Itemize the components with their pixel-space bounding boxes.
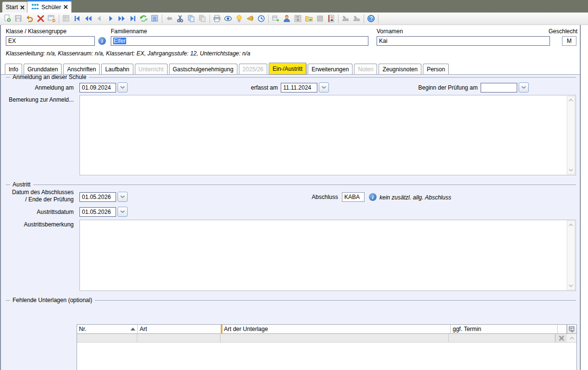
column-header-art-der-unterlage[interactable]: Art der Unterlage: [221, 325, 451, 333]
filter-cell-art-der-unterlage[interactable]: [221, 334, 449, 342]
austrittsbemerkung-textarea[interactable]: [79, 220, 576, 291]
cut-icon[interactable]: [175, 13, 186, 24]
grid-body[interactable]: [77, 343, 576, 370]
scrollbar[interactable]: [567, 96, 575, 174]
tab-gastschulgenehmigung[interactable]: Gastschulgenehmigung: [169, 64, 237, 74]
nav-next-icon[interactable]: [105, 13, 116, 24]
nav-fast-prev-icon[interactable]: [83, 13, 94, 24]
tab-person[interactable]: Person: [423, 64, 449, 74]
dropdown-button[interactable]: [118, 192, 128, 202]
refresh-icon[interactable]: [138, 13, 149, 24]
datasheet-icon: [61, 13, 72, 24]
clear-filter-icon[interactable]: [556, 334, 567, 342]
address-book-icon[interactable]: [326, 13, 337, 24]
cancel-edit-icon[interactable]: [46, 13, 57, 24]
preview-eye-icon[interactable]: [222, 13, 234, 24]
filter-cell-nr[interactable]: [77, 334, 137, 342]
scrollbar[interactable]: [567, 221, 575, 290]
column-marker: [221, 325, 222, 333]
bemerkung-anmeldung-textarea[interactable]: [79, 95, 576, 175]
dropdown-button[interactable]: [319, 82, 329, 92]
austrittsdatum-picker[interactable]: 01.05.2026: [79, 207, 128, 217]
unterlagen-grid: Nr. Art Art der Unterlage ggf. Termin: [77, 324, 577, 370]
abschluss-datum-value[interactable]: 01.05.2026: [79, 192, 116, 202]
nav-prev-icon: [94, 13, 105, 24]
tab-info[interactable]: Info: [5, 64, 22, 74]
bemerkung-anmeldung-label: Bemerkung zur Anmeld...: [1, 96, 74, 103]
scroll-up-icon[interactable]: [567, 221, 575, 229]
page-tab-strip: Info Grunddaten Anschriften Laufbahn Unt…: [1, 62, 580, 75]
folder-export-icon[interactable]: [303, 13, 314, 24]
tab-erweiterungen[interactable]: Erweiterungen: [308, 64, 353, 74]
window-tab-bar: Start Schüler: [0, 0, 588, 13]
beginn-pruefung-value[interactable]: [481, 83, 517, 92]
dropdown-button[interactable]: [118, 82, 128, 92]
erfasst-am-value[interactable]: 11.11.2024: [281, 83, 317, 92]
klasse-input[interactable]: EX: [6, 36, 95, 46]
undo-icon[interactable]: [24, 13, 35, 24]
help-icon[interactable]: ?: [366, 13, 377, 24]
klasse-info-icon[interactable]: i: [98, 37, 106, 45]
photo-2-icon: [351, 13, 362, 24]
tab-grunddaten[interactable]: Grunddaten: [24, 64, 62, 74]
scroll-up-icon[interactable]: [567, 96, 575, 104]
list-view-icon[interactable]: [149, 13, 160, 24]
student-header: Klasse / Klassengruppe EX i Familienname…: [1, 25, 580, 62]
student-form-panel: Klasse / Klassengruppe EX i Familienname…: [0, 25, 581, 370]
abschluss-info-icon[interactable]: i: [369, 193, 377, 201]
tab-zeugnisnoten[interactable]: Zeugnisnoten: [379, 64, 421, 74]
vornamen-input[interactable]: Kai: [377, 36, 550, 46]
close-icon[interactable]: [64, 5, 68, 9]
erfasst-am-picker[interactable]: 11.11.2024: [281, 82, 329, 92]
tab-ein-austritt[interactable]: Ein-/Austritt: [269, 63, 306, 74]
save-icon: [13, 13, 24, 24]
scroll-down-icon[interactable]: [567, 282, 575, 290]
austrittsbemerkung-label: Austrittsbemerkung: [1, 221, 74, 228]
tab-noten: Noten: [354, 64, 377, 74]
student-export-icon[interactable]: [281, 13, 292, 24]
column-header-ggf-termin[interactable]: ggf. Termin: [451, 325, 558, 333]
dropdown-button[interactable]: [118, 207, 128, 217]
nav-fast-next-icon[interactable]: [116, 13, 127, 24]
grid-filter-row: [77, 334, 576, 343]
filter-cell-ggf-termin[interactable]: [449, 334, 555, 342]
new-record-icon[interactable]: [2, 13, 13, 24]
nav-last-icon[interactable]: [127, 13, 138, 24]
tab-anschriften[interactable]: Anschriften: [63, 64, 100, 74]
beginn-pruefung-picker[interactable]: [481, 82, 529, 92]
anmeldung-am-label: Anmeldung am: [1, 84, 74, 91]
toolbar: TB ?: [0, 13, 588, 25]
grid-scroll-up-icon[interactable]: [567, 334, 576, 342]
window-tab-schueler[interactable]: Schüler: [27, 0, 72, 13]
class-info-line: Klassenleitung: n/a, Klassenraum: n/a, K…: [6, 50, 250, 57]
column-header-nr[interactable]: Nr.: [77, 325, 138, 333]
nav-first-icon[interactable]: [72, 13, 83, 24]
abschluss-datum-label-1: Datum des Abschlusses: [1, 189, 74, 196]
hint-lightbulb-icon[interactable]: [234, 13, 245, 24]
unterlagen-section-title: Fehlende Unterlagen (optional): [6, 297, 576, 304]
abschluss-label: Abschluss: [263, 194, 338, 200]
scroll-down-icon[interactable]: [567, 166, 575, 174]
announcement-horn-icon[interactable]: [245, 13, 256, 24]
print-icon[interactable]: [211, 13, 222, 24]
export-package-icon[interactable]: [270, 13, 281, 24]
familienname-input[interactable]: Elfer: [111, 36, 368, 46]
column-chooser-button[interactable]: [567, 325, 576, 333]
window-tab-start[interactable]: Start: [2, 1, 28, 13]
abschluss-field[interactable]: KABA: [342, 192, 365, 202]
window-tab-schueler-label: Schüler: [41, 4, 61, 11]
anmeldung-am-picker[interactable]: 01.09.2024: [79, 82, 128, 92]
austrittsdatum-value[interactable]: 01.05.2026: [79, 207, 116, 217]
abschluss-datum-picker[interactable]: 01.05.2026: [79, 192, 128, 202]
dropdown-button[interactable]: [519, 82, 529, 92]
delete-icon[interactable]: [35, 13, 46, 24]
geschlecht-field[interactable]: M: [562, 36, 576, 46]
column-header-art[interactable]: Art: [138, 325, 221, 333]
anmeldung-am-value[interactable]: 01.09.2024: [79, 83, 116, 92]
selected-text: Elfer: [113, 38, 126, 44]
close-icon[interactable]: [20, 5, 25, 10]
reminder-clock-icon[interactable]: [256, 13, 267, 24]
filter-cell-art[interactable]: [137, 334, 220, 342]
copy-icon[interactable]: [186, 13, 197, 24]
tab-laufbahn[interactable]: Laufbahn: [101, 64, 133, 74]
